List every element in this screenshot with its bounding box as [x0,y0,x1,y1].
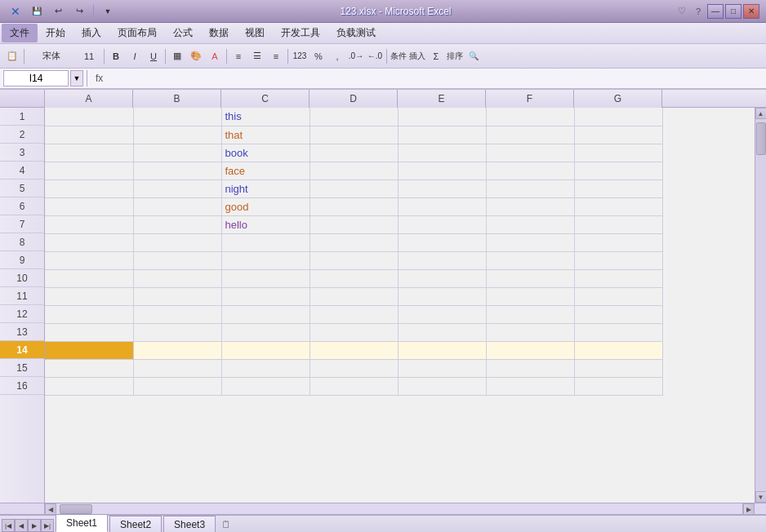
col-header-g[interactable]: G [574,90,662,108]
percent-icon[interactable]: % [310,47,327,65]
cell-f13[interactable] [486,323,574,341]
menu-view[interactable]: 视图 [237,24,273,42]
font-size[interactable]: 11 [77,47,101,65]
cell-f7[interactable] [486,215,574,233]
cell-a8[interactable] [45,233,133,251]
corner-cell[interactable] [0,90,45,107]
cell-c5[interactable]: night [221,180,310,197]
cell-d10[interactable] [310,269,398,287]
cell-d11[interactable] [310,287,398,305]
cell-d8[interactable] [310,233,398,251]
cell-a6[interactable] [45,197,133,215]
cell-b6[interactable] [133,197,221,215]
row-header-8[interactable]: 8 [0,233,44,251]
cell-e12[interactable] [398,305,486,323]
redo-quick[interactable]: ↪ [70,2,88,20]
cell-f8[interactable] [486,233,574,251]
cell-f10[interactable] [486,269,574,287]
cell-b5[interactable] [133,180,221,197]
row-header-9[interactable]: 9 [0,251,44,269]
cell-f9[interactable] [486,251,574,269]
cell-b1[interactable] [133,108,221,126]
row-header-1[interactable]: 1 [0,108,44,126]
cell-g3[interactable] [574,144,662,162]
cell-f2[interactable] [486,126,574,144]
cell-b12[interactable] [133,305,221,323]
scrollbar-thumb[interactable] [756,122,766,155]
col-header-f[interactable]: F [486,90,574,108]
cell-c8[interactable] [221,233,310,251]
cell-g11[interactable] [574,287,662,305]
cell-c14[interactable] [221,341,310,359]
row-header-16[interactable]: 16 [0,377,44,395]
scrollbar-up-button[interactable]: ▲ [755,108,767,119]
col-header-c[interactable]: C [221,90,310,108]
row-header-12[interactable]: 12 [0,305,44,323]
customize-quick[interactable]: ▼ [99,2,117,20]
cell-e1[interactable] [398,108,486,126]
cell-a13[interactable] [45,323,133,341]
number-format-icon[interactable]: 123 [291,47,309,65]
cell-e5[interactable] [398,180,486,197]
col-header-a[interactable]: A [45,90,133,108]
cell-g14[interactable] [574,341,662,359]
cell-d5[interactable] [310,180,398,197]
fill-color-icon[interactable]: 🎨 [187,47,205,65]
cell-g15[interactable] [574,359,662,377]
cell-b13[interactable] [133,323,221,341]
increase-decimal-icon[interactable]: .0→ [347,47,365,65]
cell-f11[interactable] [486,287,574,305]
cell-e11[interactable] [398,287,486,305]
cell-c6[interactable]: good [221,197,310,215]
help-icon[interactable]: ? [691,4,706,19]
add-sheet-button[interactable]: 🗒 [219,517,234,532]
cell-a4[interactable] [45,162,133,180]
row-header-13[interactable]: 13 [0,323,44,341]
find-icon[interactable]: 🔍 [465,47,483,65]
cell-f12[interactable] [486,305,574,323]
cell-c15[interactable] [221,359,310,377]
cell-g6[interactable] [574,197,662,215]
menu-load-test[interactable]: 负载测试 [328,24,384,42]
formula-input[interactable] [109,70,763,86]
cell-e9[interactable] [398,251,486,269]
cell-b7[interactable] [133,215,221,233]
cell-a1[interactable] [45,108,133,126]
align-right-icon[interactable]: ≡ [267,47,285,65]
cell-a7[interactable] [45,215,133,233]
cell-f6[interactable] [486,197,574,215]
italic-icon[interactable]: I [126,47,144,65]
cell-f15[interactable] [486,359,574,377]
cell-d14[interactable] [310,341,398,359]
cell-d1[interactable] [310,108,398,126]
sheet-prev-button[interactable]: ◀ [15,519,28,532]
cell-ref-dropdown[interactable]: ▼ [70,70,83,86]
menu-home[interactable]: 开始 [38,24,73,42]
cell-b2[interactable] [133,126,221,144]
insert-cell-icon[interactable]: 插入 [408,47,426,65]
cell-d7[interactable] [310,215,398,233]
cell-g8[interactable] [574,233,662,251]
save-quick[interactable]: 💾 [28,2,46,20]
cell-g16[interactable] [574,377,662,395]
cell-f5[interactable] [486,180,574,197]
scrollbar-track[interactable] [755,119,767,491]
cell-e2[interactable] [398,126,486,144]
cell-b11[interactable] [133,287,221,305]
comma-icon[interactable]: , [328,47,346,65]
menu-file[interactable]: 文件 [2,24,38,42]
border-icon[interactable]: ▦ [168,47,186,65]
cell-f3[interactable] [486,144,574,162]
row-header-15[interactable]: 15 [0,359,44,377]
cell-e14[interactable] [398,341,486,359]
align-left-icon[interactable]: ≡ [229,47,247,65]
cell-b4[interactable] [133,162,221,180]
cell-f16[interactable] [486,377,574,395]
cell-a5[interactable] [45,180,133,197]
cell-d16[interactable] [310,377,398,395]
cell-b8[interactable] [133,233,221,251]
row-header-10[interactable]: 10 [0,269,44,287]
cell-e3[interactable] [398,144,486,162]
col-header-b[interactable]: B [133,90,221,108]
cell-d3[interactable] [310,144,398,162]
